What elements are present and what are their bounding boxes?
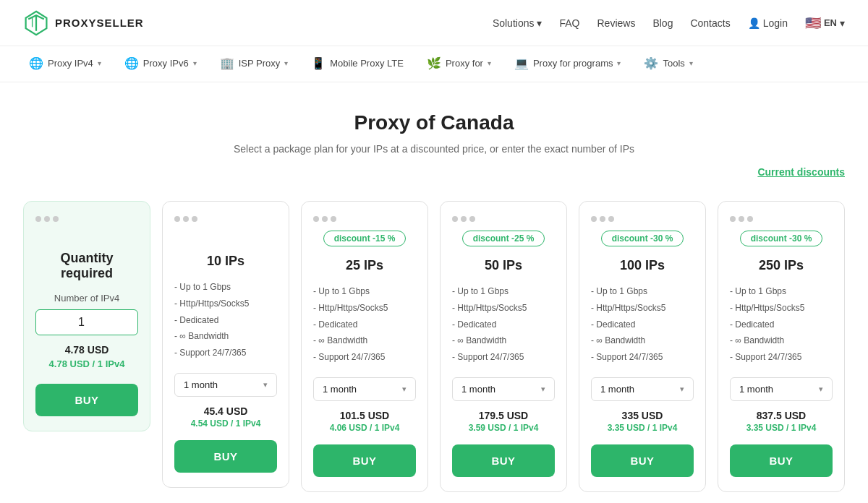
period-dropdown[interactable]: 1 month ▾ [174,373,277,397]
quantity-input[interactable] [35,309,138,335]
dot-3 [469,216,475,222]
ip-card-3: discount -30 % 100 IPs - Up to 1 Gbps - … [579,201,706,492]
subnav-proxy-for[interactable]: 🌿 Proxy for ▾ [415,46,503,82]
dot-2 [739,216,744,222]
card-dots [35,216,138,222]
current-discounts-link[interactable]: Current discounts [757,166,845,178]
price-per: 4.06 USD / 1 IPv4 [313,423,416,433]
main-nav: Solutions ▾ FAQ Reviews Blog Contacts 👤 … [493,15,845,31]
nav-contacts[interactable]: Contacts [690,17,730,29]
tools-icon: ⚙️ [644,56,658,70]
period-dropdown[interactable]: 1 month ▾ [313,377,416,401]
buy-button-1[interactable]: BUY [313,444,416,477]
cards-row: Quantity required Number of IPv4 4.78 US… [23,201,845,492]
chevron-down-icon: ▾ [819,384,823,394]
price-total: 45.4 USD [174,405,277,417]
badge-row: discount -15 % [313,231,416,255]
price-per: 3.59 USD / 1 IPv4 [452,423,555,433]
buy-button-3[interactable]: BUY [591,444,694,477]
dot-3 [331,216,336,222]
dot-1 [174,216,180,222]
dot-3 [608,216,614,222]
quantity-price-sub: 4.78 USD / 1 IPv4 [35,358,138,369]
ip-card-4: discount -30 % 250 IPs - Up to 1 Gbps - … [718,201,845,492]
chevron-down-icon: ▾ [488,59,491,67]
dot-2 [183,216,189,222]
nav-blog[interactable]: Blog [652,17,673,29]
price-per: 3.35 USD / 1 IPv4 [730,423,833,433]
buy-button-0[interactable]: BUY [174,440,277,473]
subnav-proxy-ipv6[interactable]: 🌐 Proxy IPv6 ▾ [113,46,208,82]
ip-card-1: discount -15 % 25 IPs - Up to 1 Gbps - H… [301,201,428,492]
dot-2 [461,216,467,222]
dot-1 [313,216,319,222]
buy-button-2[interactable]: BUY [452,444,555,477]
mobile-proxy-icon: 📱 [311,56,326,70]
nav-faq[interactable]: FAQ [559,17,579,29]
language-selector[interactable]: 🇺🇸 EN ▾ [805,15,845,31]
discount-badge: discount -15 % [323,231,407,246]
badge-row: discount -30 % [591,231,694,255]
period-dropdown[interactable]: 1 month ▾ [452,377,555,401]
logo[interactable]: PROXYSELLER [23,10,144,36]
subnav-tools[interactable]: ⚙️ Tools ▾ [632,46,704,82]
features: - Up to 1 Gbps - Http/Https/Socks5 - Ded… [452,283,555,366]
card-dots [730,216,833,222]
page-subtitle: Select a package plan for your IPs at a … [23,143,845,155]
ip-count: 10 IPs [174,254,277,269]
price-total: 101.5 USD [313,410,416,421]
dot-2 [322,216,328,222]
isp-proxy-icon: 🏢 [220,56,234,70]
subnav-isp-proxy[interactable]: 🏢 ISP Proxy ▾ [208,46,300,82]
quantity-input-wrap [35,309,138,335]
dot-1 [730,216,736,222]
card-dots [452,216,555,222]
nav-solutions[interactable]: Solutions ▾ [493,17,542,29]
card-dots [174,216,277,222]
price-total: 837.5 USD [730,410,833,421]
quantity-price: 4.78 USD [35,344,138,356]
chevron-down-icon: ▾ [98,59,101,67]
dot-3 [747,216,753,222]
price-total: 179.5 USD [452,410,555,421]
period-dropdown[interactable]: 1 month ▾ [730,377,833,401]
discount-badge: discount -30 % [740,231,823,246]
discount-badge: discount -30 % [601,231,684,246]
proxy-programs-icon: 💻 [514,56,529,70]
period-dropdown[interactable]: 1 month ▾ [591,377,694,401]
chevron-down-icon: ▾ [193,59,197,67]
quantity-buy-button[interactable]: BUY [35,384,138,416]
chevron-down-icon: ▾ [840,17,845,29]
ip-card-0: 10 IPs - Up to 1 Gbps - Http/Https/Socks… [162,201,289,488]
features: - Up to 1 Gbps - Http/Https/Socks5 - Ded… [174,279,277,361]
subnav-proxy-ipv4[interactable]: 🌐 Proxy IPv4 ▾ [17,46,113,82]
page-title: Proxy of Canada [23,111,845,134]
price-total: 335 USD [591,410,694,421]
chevron-down-icon: ▾ [680,384,684,394]
dot-2 [44,216,50,222]
discount-badge: discount -25 % [462,231,545,246]
header: PROXYSELLER Solutions ▾ FAQ Reviews Blog… [0,0,868,46]
subnav-proxy-programs[interactable]: 💻 Proxy for programs ▾ [503,46,633,82]
dot-3 [192,216,197,222]
badge-row [174,231,277,251]
features: - Up to 1 Gbps - Http/Https/Socks5 - Ded… [730,283,833,366]
ip-count: 250 IPs [730,258,833,273]
chevron-down-icon: ▾ [284,59,288,67]
current-discounts-row: Current discounts [23,166,845,178]
dot-2 [600,216,605,222]
features: - Up to 1 Gbps - Http/Https/Socks5 - Ded… [313,283,416,366]
nav-reviews[interactable]: Reviews [597,17,635,29]
chevron-down-icon: ▾ [537,17,542,29]
price-per: 3.35 USD / 1 IPv4 [591,423,694,433]
chevron-down-icon: ▾ [402,384,407,394]
chevron-down-icon: ▾ [617,59,621,67]
proxy-for-icon: 🌿 [427,56,441,70]
login-button[interactable]: 👤 Login [748,17,788,29]
quantity-title: Quantity required [35,251,138,281]
user-icon: 👤 [748,17,760,29]
chevron-down-icon: ▾ [263,380,268,390]
subnav-mobile-proxy[interactable]: 📱 Mobile Proxy LTE [299,46,415,82]
badge-row: discount -30 % [730,231,833,255]
buy-button-4[interactable]: BUY [730,444,833,477]
